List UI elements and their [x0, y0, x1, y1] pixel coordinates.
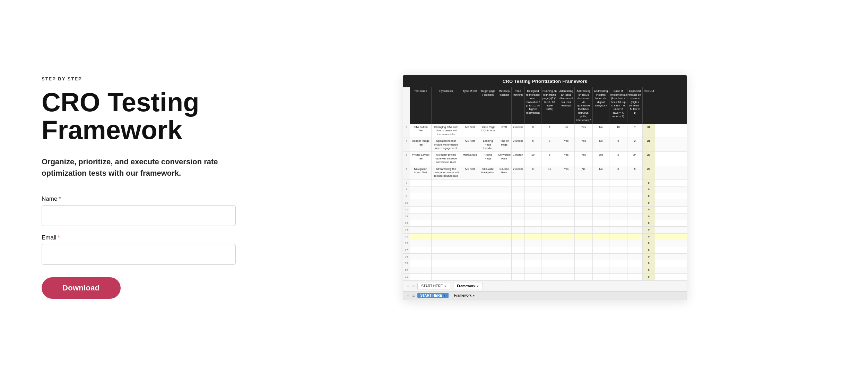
table-cell: 0 [643, 180, 655, 186]
table-cell [512, 260, 525, 267]
table-cell [512, 220, 525, 226]
download-button[interactable]: Download [42, 277, 121, 299]
table-cell [558, 267, 575, 273]
table-cell [525, 186, 541, 193]
table-cell: 0 [643, 267, 655, 273]
table-cell: 1 month [512, 152, 525, 165]
table-cell: Home Page CTA Button [479, 124, 497, 138]
table-cell [525, 267, 541, 273]
table-cell [479, 267, 497, 273]
table-cell: A/B Test [461, 166, 479, 180]
table-cell [461, 207, 479, 213]
table-cell: 10 [525, 152, 541, 165]
table-cell [461, 274, 479, 280]
table-cell [410, 193, 432, 199]
tab-start-here[interactable]: START HERE ▼ [417, 283, 450, 289]
table-cell [558, 227, 575, 233]
table-cell [525, 200, 541, 206]
step-label: STEP BY STEP [42, 76, 236, 81]
table-cell: 5 [541, 152, 558, 165]
table-cell: Navigation Menu Test [410, 166, 432, 180]
tab-arrow-icon: ▼ [444, 285, 446, 288]
email-input[interactable] [42, 244, 236, 265]
table-cell [593, 274, 609, 280]
table-cell [575, 254, 593, 260]
table-cell [558, 200, 575, 206]
tab2-framework[interactable]: Framework ▼ [451, 293, 478, 298]
table-cell [479, 186, 497, 193]
row-number: 19 [403, 260, 410, 267]
tab2-add-icon[interactable]: + [407, 293, 409, 298]
col-header-result: RESULT [643, 87, 655, 124]
table-row: 180 [403, 254, 687, 260]
ss-corner [403, 87, 410, 124]
table-cell: No [558, 124, 575, 138]
table-cell [593, 180, 609, 186]
tab-lines-icon: ≡ [412, 284, 415, 288]
col-header-impact: Expected impact on revenue (high = 10, m… [627, 87, 643, 124]
col-header-metric: Metric(s) tracked [497, 87, 512, 124]
table-cell [497, 186, 512, 193]
table-cell [627, 234, 643, 240]
tab-framework[interactable]: Framework ▼ [453, 283, 483, 289]
table-cell: 6 [525, 166, 541, 180]
table-cell [593, 186, 609, 193]
col-header-target: Target page / element [479, 87, 497, 124]
page-subtitle: Organize, prioritize, and execute conver… [42, 156, 236, 179]
table-cell [558, 240, 575, 246]
table-cell: 0 [643, 200, 655, 206]
table-cell [541, 247, 558, 253]
name-field-group: Name* [42, 195, 236, 226]
table-cell [479, 234, 497, 240]
table-cell [541, 186, 558, 193]
table-cell [512, 234, 525, 240]
row-number: 14 [403, 227, 410, 233]
table-cell: No [593, 124, 609, 138]
table-cell [410, 213, 432, 220]
table-cell [432, 193, 461, 199]
table-cell [609, 200, 627, 206]
table-cell [609, 220, 627, 226]
table-cell [575, 227, 593, 233]
table-cell: No [575, 166, 593, 180]
table-cell [525, 180, 541, 186]
table-cell [479, 200, 497, 206]
table-cell: Time on Page [497, 138, 512, 151]
table-cell [627, 260, 643, 267]
table-cell [627, 274, 643, 280]
table-cell [627, 247, 643, 253]
table-row: 140 [403, 227, 687, 233]
email-field-group: Email* [42, 234, 236, 265]
table-cell [525, 240, 541, 246]
spreadsheet-tabs-row1: + ≡ START HERE ▼ Framework ▼ [403, 281, 687, 291]
table-cell [575, 200, 593, 206]
table-cell [525, 193, 541, 199]
table-cell [575, 220, 593, 226]
table-cell [512, 267, 525, 273]
table-cell [627, 267, 643, 273]
table-cell [432, 213, 461, 220]
table-cell [593, 213, 609, 220]
table-cell [432, 180, 461, 186]
table-cell [410, 267, 432, 273]
table-cell: 0 [643, 254, 655, 260]
table-cell [541, 260, 558, 267]
tab-add-icon[interactable]: + [407, 283, 409, 289]
table-cell [609, 227, 627, 233]
table-cell [461, 180, 479, 186]
table-cell [479, 240, 497, 246]
table-cell [432, 234, 461, 240]
table-cell: A/B Test [461, 138, 479, 151]
tab2-start-here[interactable]: START HERE ▼ [417, 293, 449, 298]
table-row: 70 [403, 180, 687, 186]
page-container: STEP BY STEP CRO Testing Framework Organ… [0, 0, 868, 375]
table-row: 5Pricing Layout TestA simpler pricing ta… [403, 152, 687, 166]
table-cell [461, 200, 479, 206]
table-cell [479, 227, 497, 233]
table-cell [627, 240, 643, 246]
table-cell [479, 193, 497, 199]
table-cell [558, 220, 575, 226]
row-number: 4 [403, 138, 410, 151]
tab2-start-arrow-icon: ▼ [443, 294, 446, 297]
name-input[interactable] [42, 205, 236, 226]
